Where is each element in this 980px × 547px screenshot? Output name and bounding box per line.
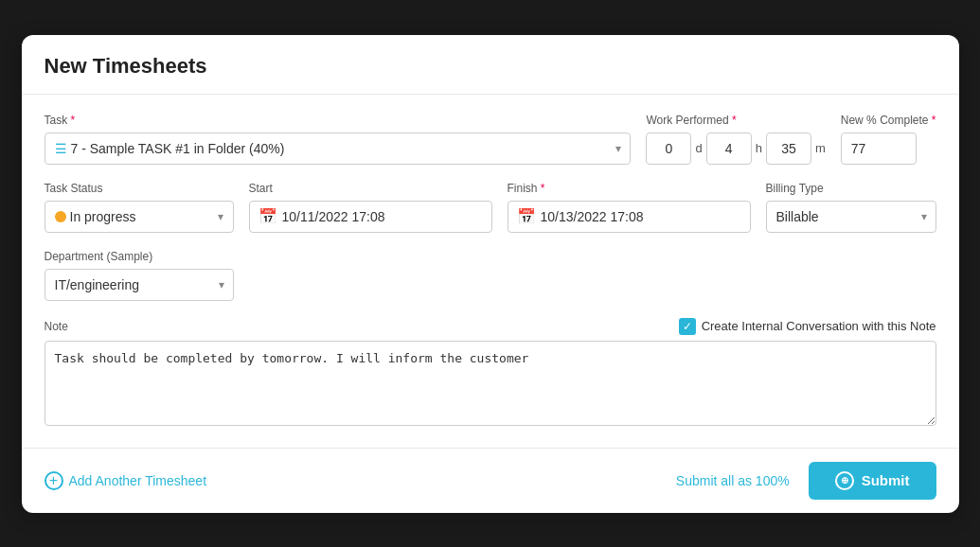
- finish-calendar-icon: 📅: [517, 207, 536, 225]
- add-another-label: Add Another Timesheet: [69, 473, 207, 488]
- note-section: Note ✓ Create Internal Conversation with…: [45, 318, 936, 429]
- billing-select[interactable]: Billable Non-billable: [766, 201, 936, 233]
- status-left: In progress: [55, 209, 136, 224]
- percent-group: New % Complete * 77: [841, 114, 936, 165]
- work-inputs: 0 d 4 h 35 m: [646, 132, 825, 165]
- modal-footer: + Add Another Timesheet Submit all as 10…: [22, 448, 959, 513]
- finish-label: Finish *: [508, 182, 751, 195]
- percent-label: New % Complete *: [841, 114, 936, 127]
- task-select[interactable]: ☰ 7 - Sample TASK #1 in Folder (40%): [45, 132, 632, 165]
- footer-right: Submit all as 100% ⊕ Submit: [676, 462, 936, 500]
- status-dot-icon: [55, 211, 66, 222]
- start-calendar-icon: 📅: [258, 207, 277, 225]
- task-status-value: In progress: [70, 209, 136, 224]
- note-header: Note ✓ Create Internal Conversation with…: [45, 318, 936, 335]
- work-hours-input[interactable]: 4: [706, 132, 752, 165]
- minutes-unit-label: m: [815, 141, 826, 155]
- add-circle-icon: +: [45, 471, 63, 490]
- work-minutes-input[interactable]: 35: [766, 132, 811, 165]
- start-group: Start 📅 10/11/2022 17:08: [249, 182, 492, 233]
- row-dept: Department (Sample) IT/engineering Marke…: [45, 250, 936, 301]
- note-label: Note: [45, 320, 68, 333]
- work-performed-label: Work Performed *: [646, 114, 825, 127]
- hours-unit-label: h: [756, 141, 762, 155]
- dept-select-wrapper: IT/engineering Marketing Finance ▾: [45, 269, 234, 301]
- modal-title: New Timesheets: [45, 54, 936, 79]
- start-date-wrapper: 📅 10/11/2022 17:08: [249, 201, 492, 233]
- work-days-input[interactable]: 0: [646, 132, 691, 165]
- task-status-group: Task Status In progress ▾: [45, 182, 234, 233]
- add-another-timesheet-button[interactable]: + Add Another Timesheet: [45, 471, 207, 490]
- start-date-input[interactable]: 10/11/2022 17:08: [249, 201, 492, 233]
- submit-label: Submit: [862, 472, 910, 488]
- task-group: Task * ☰ 7 - Sample TASK #1 in Folder (4…: [45, 114, 632, 165]
- work-hours-input-group: 4 h: [706, 132, 762, 165]
- task-value: 7 - Sample TASK #1 in Folder (40%): [71, 141, 285, 156]
- submit-100-button[interactable]: Submit all as 100%: [676, 473, 790, 488]
- modal-body: Task * ☰ 7 - Sample TASK #1 in Folder (4…: [22, 95, 959, 448]
- status-chevron-icon: ▾: [218, 210, 223, 223]
- dept-select[interactable]: IT/engineering Marketing Finance: [45, 269, 234, 301]
- dept-label: Department (Sample): [45, 250, 234, 263]
- submit-circle-icon: ⊕: [835, 471, 854, 490]
- work-performed-group: Work Performed * 0 d 4 h 35 m: [646, 114, 825, 165]
- days-unit-label: d: [695, 141, 702, 155]
- create-internal-label: Create Internal Conversation with this N…: [702, 319, 936, 333]
- custom-checkbox-checked: ✓: [679, 318, 696, 335]
- start-label: Start: [249, 182, 492, 195]
- create-internal-checkbox-label[interactable]: ✓ Create Internal Conversation with this…: [679, 318, 936, 335]
- note-textarea[interactable]: Task should be completed by tomorrow. I …: [45, 341, 936, 426]
- finish-group: Finish * 📅 10/13/2022 17:08: [508, 182, 751, 233]
- dept-group: Department (Sample) IT/engineering Marke…: [45, 250, 234, 301]
- task-select-wrapper: ☰ 7 - Sample TASK #1 in Folder (40%) ▾: [45, 132, 632, 165]
- finish-date-input[interactable]: 10/13/2022 17:08: [508, 201, 751, 233]
- task-label: Task *: [45, 114, 632, 127]
- work-days-input-group: 0 d: [646, 132, 702, 165]
- task-status-select[interactable]: In progress ▾: [45, 201, 234, 233]
- row-status-dates: Task Status In progress ▾ Start 📅 10/11/…: [45, 182, 936, 233]
- billing-label: Billing Type: [766, 182, 936, 195]
- task-list-icon: ☰: [55, 141, 67, 156]
- new-timesheets-modal: New Timesheets Task * ☰ 7 - Sample TASK …: [22, 35, 959, 513]
- finish-date-wrapper: 📅 10/13/2022 17:08: [508, 201, 751, 233]
- billing-select-wrapper: Billable Non-billable ▾: [766, 201, 936, 233]
- billing-group: Billing Type Billable Non-billable ▾: [766, 182, 936, 233]
- submit-button[interactable]: ⊕ Submit: [809, 462, 936, 500]
- modal-header: New Timesheets: [22, 35, 959, 95]
- work-minutes-input-group: 35 m: [766, 132, 826, 165]
- row-task-work: Task * ☰ 7 - Sample TASK #1 in Folder (4…: [45, 114, 936, 165]
- percent-input[interactable]: 77: [841, 132, 917, 165]
- task-status-label: Task Status: [45, 182, 234, 195]
